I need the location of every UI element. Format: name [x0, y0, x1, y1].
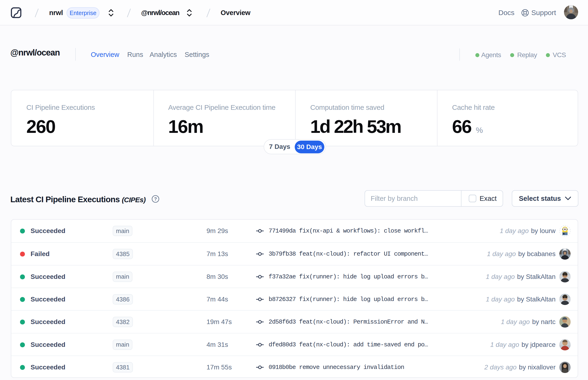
svg-text:?: ?: [154, 196, 157, 202]
